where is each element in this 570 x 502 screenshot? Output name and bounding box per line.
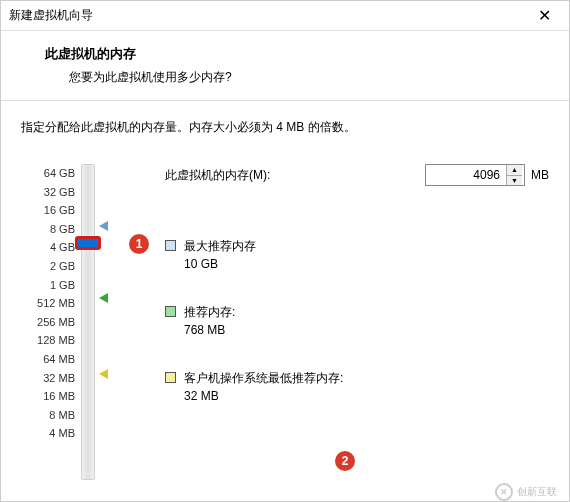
rec-max-value: 10 GB: [184, 257, 256, 271]
page-subheading: 您要为此虚拟机使用多少内存?: [69, 69, 545, 86]
rec-suggested-swatch-icon: [165, 306, 176, 317]
rec-min-value: 32 MB: [184, 389, 343, 403]
scale-tick-label: 64 MB: [21, 350, 75, 369]
scale-tick-label: 256 MB: [21, 313, 75, 332]
scale-tick-label: 4 GB: [21, 238, 75, 257]
scale-labels: 64 GB32 GB16 GB8 GB4 GB2 GB1 GB512 MB256…: [21, 164, 75, 480]
scale-tick-label: 16 GB: [21, 201, 75, 220]
content-row: 64 GB32 GB16 GB8 GB4 GB2 GB1 GB512 MB256…: [21, 164, 549, 480]
marker-min-icon: [99, 369, 108, 379]
memory-spinner-wrap: ▲ ▼ MB: [425, 164, 549, 186]
scale-tick-label: 1 GB: [21, 276, 75, 295]
scale-tick-label: 32 GB: [21, 183, 75, 202]
rec-max-label: 最大推荐内存: [184, 238, 256, 255]
memory-field-row: 此虚拟机的内存(M): ▲ ▼ MB: [165, 164, 549, 186]
instruction-text: 指定分配给此虚拟机的内存量。内存大小必须为 4 MB 的倍数。: [21, 119, 549, 136]
scale-tick-label: 8 MB: [21, 406, 75, 425]
right-column: 此虚拟机的内存(M): ▲ ▼ MB: [129, 164, 549, 480]
window-title: 新建虚拟机向导: [9, 7, 93, 24]
memory-spinner[interactable]: ▲ ▼: [425, 164, 525, 186]
watermark-logo-icon: ✕: [495, 483, 513, 501]
slider-handle[interactable]: [76, 237, 100, 249]
memory-input[interactable]: [426, 165, 506, 185]
close-button[interactable]: ✕: [532, 8, 557, 24]
rec-min-label: 客户机操作系统最低推荐内存:: [184, 370, 343, 387]
rec-min-swatch-icon: [165, 372, 176, 383]
spinner-down-icon[interactable]: ▼: [507, 176, 522, 186]
wizard-window: 新建虚拟机向导 ✕ 此虚拟机的内存 您要为此虚拟机使用多少内存? 指定分配给此虚…: [0, 0, 570, 502]
header-section: 此虚拟机的内存 您要为此虚拟机使用多少内存?: [1, 31, 569, 101]
watermark: ✕ 创新互联: [495, 483, 557, 501]
rec-max-swatch-icon: [165, 240, 176, 251]
rec-suggested: 推荐内存: 768 MB: [165, 304, 235, 337]
rec-min: 客户机操作系统最低推荐内存: 32 MB: [165, 370, 343, 403]
body-section: 指定分配给此虚拟机的内存量。内存大小必须为 4 MB 的倍数。 64 GB32 …: [1, 101, 569, 502]
marker-max-icon: [99, 221, 108, 231]
rec-max: 最大推荐内存 10 GB: [165, 238, 256, 271]
rec-suggested-label: 推荐内存:: [184, 304, 235, 321]
page-heading: 此虚拟机的内存: [45, 45, 545, 63]
spinner-up-icon[interactable]: ▲: [507, 165, 522, 176]
scale-tick-label: 4 MB: [21, 424, 75, 443]
scale-tick-label: 32 MB: [21, 369, 75, 388]
titlebar: 新建虚拟机向导 ✕: [1, 1, 569, 31]
slider-track[interactable]: [81, 164, 95, 480]
scale-tick-label: 2 GB: [21, 257, 75, 276]
scale-tick-label: 16 MB: [21, 387, 75, 406]
scale-tick-label: 512 MB: [21, 294, 75, 313]
scale-tick-label: 64 GB: [21, 164, 75, 183]
scale-tick-label: 128 MB: [21, 331, 75, 350]
annotation-badge-2: 2: [335, 451, 355, 471]
rec-suggested-value: 768 MB: [184, 323, 235, 337]
memory-unit: MB: [531, 168, 549, 182]
memory-scale: 64 GB32 GB16 GB8 GB4 GB2 GB1 GB512 MB256…: [21, 164, 129, 480]
memory-field-label: 此虚拟机的内存(M):: [165, 167, 270, 184]
spinner-buttons: ▲ ▼: [506, 165, 522, 185]
marker-suggested-icon: [99, 293, 108, 303]
watermark-text: 创新互联: [517, 485, 557, 499]
scale-tick-label: 8 GB: [21, 220, 75, 239]
